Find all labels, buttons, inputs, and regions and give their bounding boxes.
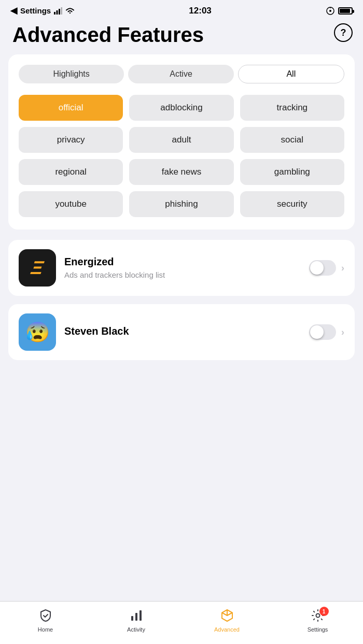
svg-point-10 [316,614,319,618]
tag-fake-news[interactable]: fake news [129,159,233,185]
settings-icon-wrapper: 1 [311,609,325,624]
energized-subtitle: Ads and trackers blocking list [64,270,301,280]
steven-black-icon: 😰 [19,313,56,351]
steven-black-text: Steven Black [64,325,301,339]
chevron-right-icon: › [341,263,344,274]
tab-advanced[interactable]: Advanced [182,602,272,636]
svg-rect-9 [139,610,142,621]
tab-active[interactable]: Active [128,65,233,83]
energized-letter-icon: Ξ [30,257,45,279]
tab-home-label: Home [38,626,53,633]
signal-icon [54,7,62,15]
tag-social[interactable]: social [240,127,344,153]
tag-grid: official adblocking tracking privacy adu… [19,95,344,217]
tag-privacy[interactable]: privacy [19,127,123,153]
tab-bar: Home Activity Advanced 1 [0,601,363,644]
energized-text: Energized Ads and trackers blocking list [64,256,301,280]
back-arrow-icon: ◀ [10,5,17,16]
svg-rect-0 [54,12,55,15]
steven-black-title: Steven Black [64,325,301,337]
back-label[interactable]: Settings [20,6,51,15]
tab-advanced-label: Advanced [214,626,240,633]
wifi-icon [65,7,75,15]
home-icon [39,609,52,624]
tag-adblocking[interactable]: adblocking [129,95,233,121]
status-time: 12:03 [189,6,211,16]
tag-youtube[interactable]: youtube [19,191,123,217]
status-left: ◀ Settings [10,5,75,16]
status-right [326,6,353,16]
tag-adult[interactable]: adult [129,127,233,153]
svg-rect-8 [135,613,137,621]
tab-settings[interactable]: 1 Settings [272,602,363,636]
toggle-thumb [310,261,324,275]
svg-rect-7 [131,616,133,621]
battery-icon [338,7,353,15]
tab-all[interactable]: All [238,65,344,83]
advanced-icon [220,609,234,624]
tab-activity[interactable]: Activity [91,602,182,636]
tag-security[interactable]: security [240,191,344,217]
page-title: Advanced Features [12,23,351,46]
energized-icon: Ξ [19,249,56,287]
energized-controls: › [309,260,344,276]
tag-phishing[interactable]: phishing [129,191,233,217]
steven-black-toggle[interactable] [309,324,336,340]
tab-home[interactable]: Home [0,602,91,636]
filter-tabs: Highlights Active All [19,65,344,83]
energized-title: Energized [64,256,301,268]
orientation-icon [326,6,335,16]
energized-toggle[interactable] [309,260,336,276]
status-bar: ◀ Settings 12:03 [0,0,363,19]
svg-rect-2 [59,9,60,15]
steven-black-list-item[interactable]: 😰 Steven Black › [8,304,355,360]
activity-icon [130,609,143,624]
svg-rect-3 [61,7,63,15]
toggle-thumb-2 [310,325,324,339]
main-content: Highlights Active All official adblockin… [0,54,363,420]
tab-settings-label: Settings [308,626,328,633]
tag-regional[interactable]: regional [19,159,123,185]
steven-face-icon: 😰 [25,322,50,342]
tags-card: Highlights Active All official adblockin… [8,54,355,230]
energized-list-item[interactable]: Ξ Energized Ads and trackers blocking li… [8,240,355,296]
svg-point-5 [329,10,331,12]
page-header: Advanced Features ? [0,19,363,54]
tab-highlights[interactable]: Highlights [19,65,124,83]
tag-gambling[interactable]: gambling [240,159,344,185]
tag-tracking[interactable]: tracking [240,95,344,121]
tab-activity-label: Activity [127,626,145,633]
svg-rect-1 [57,10,58,15]
steven-black-controls: › [309,324,344,340]
tag-official[interactable]: official [19,95,123,121]
settings-badge: 1 [319,607,329,616]
help-button[interactable]: ? [334,23,353,42]
chevron-right-icon-2: › [341,327,344,338]
